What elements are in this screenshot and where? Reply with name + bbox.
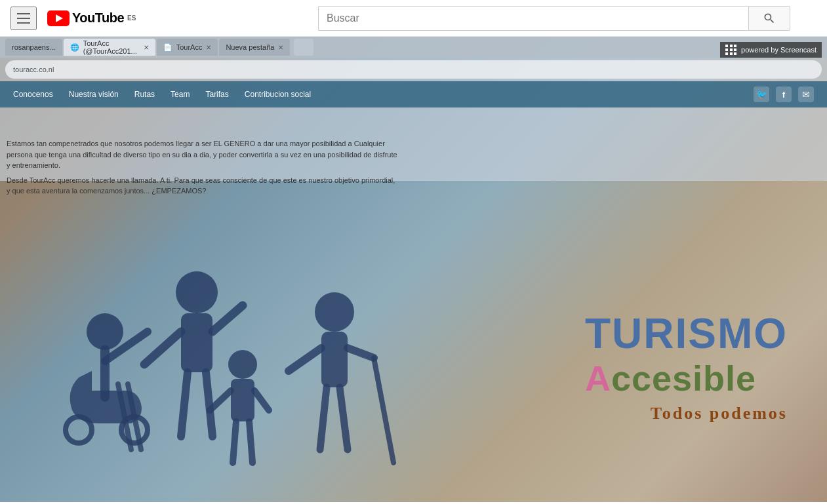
browser-overlay: rosanpaens... 🌐 TourAcc (@TourAcc201... … (0, 37, 827, 181)
header: YouTubeES (0, 0, 827, 37)
svg-point-4 (66, 417, 92, 443)
todos-podemos-text: Todos podemos (585, 404, 788, 423)
search-icon (763, 12, 776, 25)
nav-team[interactable]: Team (171, 90, 190, 99)
tab-close-2[interactable]: ✕ (206, 44, 211, 51)
new-tab-button[interactable] (294, 39, 313, 56)
svg-point-7 (176, 271, 218, 313)
nav-tarifas[interactable]: Tarifas (205, 90, 228, 99)
tab-label-1: TourAcc (@TourAcc201... (83, 39, 140, 55)
address-bar[interactable]: touracc.co.nl (5, 60, 822, 79)
turismo-heading: TURISMO (585, 309, 788, 358)
svg-line-9 (144, 332, 181, 364)
video-thumbnail[interactable]: powered by Screencast rosanpaens... 🌐 To… (0, 37, 827, 502)
svg-line-18 (249, 421, 252, 463)
svg-line-23 (320, 387, 327, 450)
twitter-icon[interactable]: 🐦 (754, 87, 769, 102)
mail-icon[interactable]: ✉ (798, 87, 814, 102)
svg-point-2 (87, 313, 123, 350)
nav-rutas[interactable]: Rutas (134, 90, 155, 99)
main-content: powered by Screencast rosanpaens... 🌐 To… (0, 37, 827, 504)
tab-close-3[interactable]: ✕ (278, 44, 283, 51)
accessibility-figures (26, 187, 407, 482)
tab-label-0: rosanpaens... (12, 43, 56, 51)
facebook-icon[interactable]: f (776, 87, 792, 102)
turismo-accesible-overlay: TURISMO Accesible Todos podemos (585, 309, 788, 423)
browser-tabs: rosanpaens... 🌐 TourAcc (@TourAcc201... … (0, 37, 827, 58)
nav-contribucion[interactable]: Contribucion social (245, 90, 311, 99)
svg-rect-20 (321, 332, 348, 387)
hamburger-button[interactable] (10, 7, 37, 30)
screencast-icon (725, 45, 737, 55)
svg-line-22 (348, 348, 374, 358)
search-input[interactable] (318, 6, 748, 31)
svg-line-17 (233, 421, 236, 463)
tab-favicon-2: 📄 (163, 43, 172, 52)
tab-label-3: Nueva pestaña (226, 43, 274, 51)
logo-wordmark: YouTube (72, 10, 124, 26)
logo-country: ES (127, 14, 136, 22)
tab-favicon-1: 🌐 (70, 43, 79, 52)
search-bar (318, 6, 790, 31)
accesible-a: A (585, 359, 611, 398)
svg-line-25 (374, 358, 393, 463)
youtube-logo[interactable]: YouTubeES (47, 10, 136, 26)
nav-conocenos[interactable]: Conocenos (13, 90, 53, 99)
tab-label-2: TourAcc (176, 43, 203, 51)
svg-line-21 (289, 348, 321, 371)
website-navbar: Conocenos Nuestra visión Rutas Team Tari… (0, 81, 827, 107)
svg-point-19 (315, 292, 354, 332)
browser-tab-2[interactable]: 📄 TourAcc ✕ (157, 39, 218, 56)
search-button[interactable] (748, 6, 790, 31)
screencast-text: powered by Screencast (741, 46, 817, 54)
youtube-icon (47, 10, 70, 26)
svg-line-10 (212, 305, 243, 332)
svg-rect-8 (181, 313, 212, 372)
svg-rect-14 (231, 379, 254, 421)
website-paragraph-1: Estamos tan compenetrados que nosotros p… (7, 138, 400, 171)
tab-close-1[interactable]: ✕ (144, 44, 149, 51)
svg-line-16 (254, 391, 269, 410)
accesible-heading: Accesible (585, 358, 788, 398)
svg-line-15 (210, 391, 231, 410)
browser-tab-1[interactable]: 🌐 TourAcc (@TourAcc201... ✕ (64, 39, 155, 56)
accesible-rest: ccesible (611, 359, 756, 398)
svg-line-24 (340, 387, 348, 450)
screencast-badge: powered by Screencast (720, 42, 822, 58)
svg-line-11 (181, 372, 188, 436)
svg-point-13 (228, 350, 257, 379)
browser-tab-0: rosanpaens... (5, 39, 62, 56)
address-url: touracc.co.nl (13, 66, 54, 73)
browser-tab-3[interactable]: Nueva pestaña ✕ (219, 39, 290, 56)
nav-nuestra-vision[interactable]: Nuestra visión (69, 90, 119, 99)
